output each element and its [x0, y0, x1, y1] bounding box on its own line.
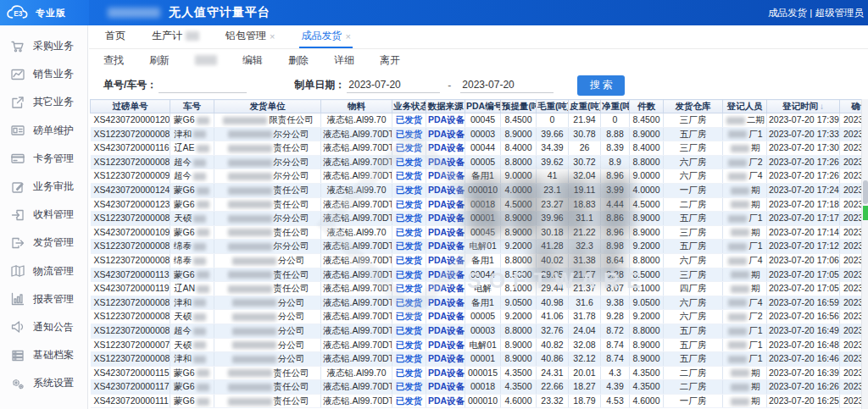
toolbar-button-redacted[interactable]: [195, 55, 217, 65]
col-header-pda[interactable]: PDA编号: [465, 100, 501, 113]
scrollbar-thumb[interactable]: [863, 180, 868, 204]
tab-close-icon[interactable]: ×: [345, 31, 350, 41]
col-header-gross[interactable]: 毛重(吨): [537, 100, 569, 113]
detail-button[interactable]: 详细: [334, 53, 354, 68]
sidebar-item-receive[interactable]: 收料管理: [0, 201, 87, 229]
cell-unit: 责任公司: [214, 380, 321, 395]
table-row[interactable]: XS4230720000111蒙G6责任公司液态铝.Al99.70DT已发货PD…: [91, 394, 862, 408]
vertical-scrollbar[interactable]: [861, 99, 868, 409]
table-row[interactable]: XS12230720000083天硕分公司液态铝.Al99.70DT已发货PDA…: [91, 310, 862, 324]
filter-bar: 单号/车号： 制单日期： - 搜 索: [89, 71, 868, 99]
tab-production-plan[interactable]: 生产计: [150, 25, 201, 48]
cell-confirm: 2023-07: [840, 394, 862, 408]
col-header-pieces[interactable]: 件数: [630, 100, 664, 113]
cell-status: 已发货: [392, 183, 426, 197]
table-row[interactable]: XS4230720000109蒙G6责任公司液态铝.Al99.70已发货PDA设…: [91, 225, 862, 240]
redacted-text: [731, 398, 749, 406]
col-header-source[interactable]: 数据来源: [426, 100, 465, 113]
search-button[interactable]: 搜 索: [577, 75, 625, 96]
tab-ladle-management[interactable]: 铝包管理 ×: [224, 25, 276, 48]
table-row[interactable]: XS12230720000087津和分公司液态铝.Al99.70DT已发货PDA…: [91, 296, 862, 310]
col-header-confirm[interactable]: 确认时间: [840, 100, 862, 113]
delete-button[interactable]: 删除: [288, 53, 309, 68]
table-row[interactable]: XS4230720000115蒙G6责任公司液态铝.Al99.70已发货PDA设…: [91, 366, 862, 380]
col-header-unit[interactable]: 发货单位: [214, 100, 321, 113]
sidebar-item-sales[interactable]: 销售业务: [0, 60, 87, 88]
cell-confirm: 2023-07: [840, 212, 862, 226]
col-header-no[interactable]: 过磅单号: [91, 100, 170, 113]
sidebar-item-logistics[interactable]: 物流管理: [0, 257, 87, 285]
cell-status: 已发货: [392, 253, 426, 268]
table-row[interactable]: XS12230720000080天硕尔分公司液态铝.Al99.70DT已发货PD…: [91, 212, 862, 226]
sidebar-item-card[interactable]: 卡务管理: [0, 145, 87, 173]
table-row[interactable]: XS12230720000089津和尔分公司液态铝.Al99.70DT已发货PD…: [91, 127, 862, 141]
table-row[interactable]: XS12230720000086绵泰尔分公司液态铝.Al99.70DT已发货PD…: [91, 240, 862, 254]
date-from-input[interactable]: [347, 77, 440, 93]
table-row[interactable]: XS4230720000123蒙G6责任公司液态铝.Al99.70DT已发货PD…: [91, 197, 862, 212]
refresh-button[interactable]: 刷新: [149, 53, 170, 68]
redacted-text: [232, 356, 276, 363]
redacted-text: [193, 341, 206, 349]
cell-material: 液态铝.Al99.70DT: [321, 240, 392, 254]
table-row[interactable]: XS4230720000119辽AN责任公司液态铝.Al99.70DT已发货PD…: [91, 282, 862, 296]
bill-truck-input[interactable]: [159, 77, 247, 93]
table-row[interactable]: XS12230720000084津和分公司液态铝.Al99.70DT已发货PDA…: [91, 352, 862, 367]
col-header-wh[interactable]: 发货仓库: [664, 100, 723, 113]
redacted-text: [193, 257, 206, 265]
sidebar-item-weighbill[interactable]: 磅单维护: [0, 117, 87, 145]
table-row[interactable]: XS12230720000079天硕分公司液态铝.Al99.70DT已发货PDA…: [91, 338, 862, 352]
cell-gross: 39.96: [537, 212, 569, 226]
sidebar-item-ship[interactable]: 发货管理: [0, 229, 87, 257]
sidebar-item-notice[interactable]: 通知公告: [0, 313, 87, 341]
col-header-material[interactable]: 物料: [321, 100, 392, 113]
col-header-time[interactable]: 登记时间↓: [767, 100, 840, 113]
sidebar-item-reports[interactable]: 报表管理: [0, 285, 87, 313]
sidebar-item-label: 基础档案: [33, 348, 74, 362]
table-row[interactable]: XS4230720000117蒙G6责任公司液态铝.Al99.70DT已发货PD…: [91, 380, 862, 395]
table-row[interactable]: XS4230720000124蒙G6责任公司液态铝.Al99.70已发货PDA设…: [91, 183, 862, 197]
cell-source: PDA设备: [426, 169, 465, 184]
table-row[interactable]: XS4230720000113蒙G6责任公司液态铝.Al99.70DT已发货PD…: [91, 268, 862, 282]
sidebar: 采购业务 销售业务 其它业务 磅单维护 卡务管理 业务审批 收料管理 发货管理: [0, 25, 88, 409]
table-row[interactable]: XS12230720000085超今分公司液态铝.Al99.70DT已发货PDA…: [91, 323, 862, 338]
cell-reg: 厂2: [723, 155, 767, 169]
leave-button[interactable]: 离开: [380, 53, 400, 68]
cell-time: 2023-07-20 16:39: [767, 366, 840, 380]
cell-confirm: 2023-07: [840, 323, 862, 338]
col-header-status[interactable]: 业务状态: [392, 100, 426, 113]
cell-pda: 00005: [465, 155, 501, 169]
cell-pda: 00045: [465, 225, 501, 240]
cell-reg: 厂4: [723, 169, 767, 184]
sidebar-item-settings[interactable]: 系统设置: [0, 369, 87, 397]
sidebar-item-approve[interactable]: 业务审批: [0, 173, 87, 201]
table-row[interactable]: XS4230720000120蒙G6限责任公司液态铝.Al99.70已发货PDA…: [91, 113, 862, 128]
table-row[interactable]: XS12230720000090超今尔分公司液态铝.Al99.70DT已发货PD…: [91, 169, 862, 184]
col-header-net[interactable]: 净重(吨): [601, 100, 630, 113]
cell-no: XS4230720000116: [91, 141, 170, 156]
sidebar-item-purchase[interactable]: 采购业务: [0, 32, 87, 60]
edit-button[interactable]: 编辑: [242, 53, 263, 68]
cell-no: XS12230720000089: [91, 127, 170, 141]
col-header-pre[interactable]: 预提量(吨): [501, 100, 537, 113]
tab-close-icon[interactable]: ×: [270, 31, 275, 41]
col-header-truck[interactable]: 车号: [170, 100, 214, 113]
cell-net: 4.39: [601, 380, 630, 395]
tab-finished-goods-shipping[interactable]: 成品发货 ×: [299, 25, 352, 48]
cell-pre: 8.9000: [501, 352, 537, 367]
sidebar-item-other[interactable]: 其它业务: [0, 88, 87, 116]
redacted-text: [228, 130, 272, 138]
table-row[interactable]: XS12230720000088超今尔分公司液态铝.Al99.70DT已发货PD…: [91, 155, 862, 169]
table-row[interactable]: XS4230720000116辽AE责任公司液态铝.Al99.70DT已发货PD…: [91, 141, 862, 156]
tab-home[interactable]: 首页: [103, 25, 127, 48]
find-button[interactable]: 查找: [103, 53, 124, 68]
sidebar-item-archive[interactable]: 基础档案: [0, 341, 87, 369]
user-session-info[interactable]: 成品发货 | 超级管理员: [768, 7, 868, 19]
table-row[interactable]: XS12230720000082绵泰分公司液态铝.Al99.70DT已发货PDA…: [91, 253, 862, 268]
date-to-input[interactable]: [460, 77, 554, 93]
tab-label: 铝包管理: [225, 29, 266, 43]
cell-unit: 分公司: [214, 338, 321, 352]
cell-pda: 00044: [465, 141, 501, 156]
redacted-text: [197, 398, 209, 406]
col-header-tare[interactable]: 皮重(吨): [569, 100, 601, 113]
col-header-reg[interactable]: 登记人员: [723, 100, 767, 113]
